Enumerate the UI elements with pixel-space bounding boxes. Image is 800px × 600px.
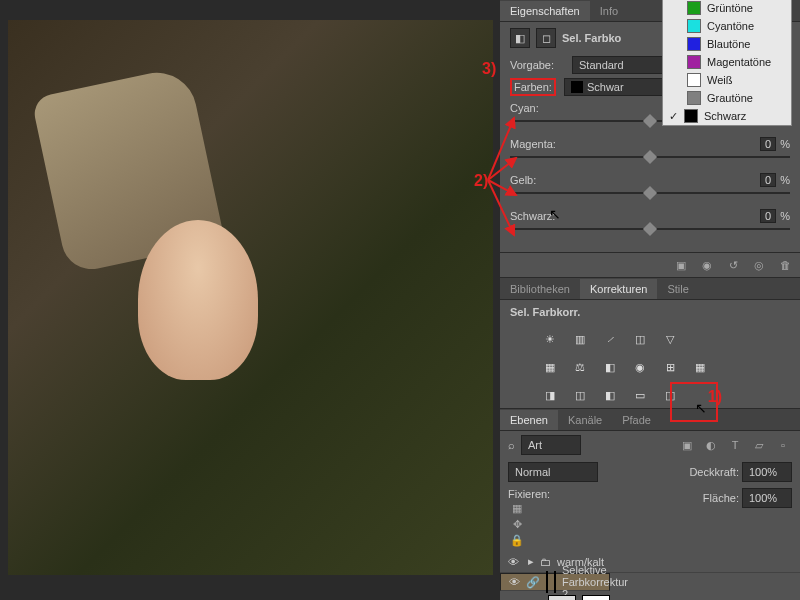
lock-pixels-icon[interactable]: ▦	[508, 500, 526, 516]
dropdown-item[interactable]: ✓Schwarz	[663, 107, 791, 125]
levels-icon[interactable]: ▥	[570, 330, 590, 348]
bw-icon[interactable]: ◧	[600, 358, 620, 376]
dropdown-item[interactable]: Grüntöne	[663, 0, 791, 17]
threshold-icon[interactable]: ◧	[600, 386, 620, 404]
layer-item[interactable]: 👁 🔗 Farbbalance 2	[500, 591, 800, 600]
layers-panel: Ebenen Kanäle Pfade ⌕ Art ▣ ◐ T ▱ ▫ Norm…	[500, 408, 800, 600]
slider-track[interactable]	[510, 192, 790, 194]
document-image	[8, 20, 493, 575]
filter-image-icon[interactable]: ▣	[678, 437, 696, 453]
adjustments-row2: ▦ ⚖ ◧ ◉ ⊞ ▦	[500, 352, 800, 380]
link-icon: 🔗	[526, 576, 540, 589]
expand-icon[interactable]: ▸	[528, 555, 534, 568]
filter-adjust-icon[interactable]: ◐	[702, 437, 720, 453]
dropdown-item[interactable]: Magentatöne	[663, 53, 791, 71]
photofilter-icon[interactable]: ◉	[630, 358, 650, 376]
filter-type-icon[interactable]: T	[726, 437, 744, 453]
visibility-toggle[interactable]: 👁	[509, 576, 520, 588]
exposure-icon[interactable]: ◫	[630, 330, 650, 348]
slider-value[interactable]: 0	[760, 137, 776, 151]
opacity-label: Deckkraft:	[689, 466, 739, 478]
slider-track[interactable]	[510, 228, 790, 230]
adjustments-row3: ◨ ◫ ◧ ▭ ◫	[500, 380, 800, 408]
gradientmap-icon[interactable]: ▭	[630, 386, 650, 404]
invert-icon[interactable]: ◨	[540, 386, 560, 404]
slider-thumb[interactable]	[643, 114, 657, 128]
dropdown-item[interactable]: Grautöne	[663, 89, 791, 107]
layer-group[interactable]: 👁 ▸ 🗀 warm/kalt	[500, 551, 800, 573]
tab-pfade[interactable]: Pfade	[612, 410, 661, 430]
tab-eigenschaften[interactable]: Eigenschaften	[500, 1, 590, 21]
canvas-area	[0, 0, 500, 600]
slider-thumb[interactable]	[643, 222, 657, 236]
filter-smart-icon[interactable]: ▫	[774, 437, 792, 453]
slider-track[interactable]	[510, 156, 790, 158]
adjustments-title: Sel. Farbkorr.	[510, 306, 580, 318]
search-icon[interactable]: ⌕	[508, 439, 515, 451]
hue-icon[interactable]: ▦	[540, 358, 560, 376]
tab-ebenen[interactable]: Ebenen	[500, 410, 558, 430]
cursor-icon: ↖	[549, 206, 561, 222]
lock-label: Fixieren:	[508, 488, 550, 500]
curves-icon[interactable]: ⟋	[600, 330, 620, 348]
colorbalance-icon[interactable]: ⚖	[570, 358, 590, 376]
tab-kanaele[interactable]: Kanäle	[558, 410, 612, 430]
svg-line-3	[488, 180, 514, 235]
mask-thumb	[582, 595, 610, 600]
dropdown-item[interactable]: Weiß	[663, 71, 791, 89]
view-prev-icon[interactable]: ◉	[698, 257, 716, 273]
properties-footer: ▣ ◉ ↺ ◎ 🗑	[500, 252, 800, 277]
tab-bibliotheken[interactable]: Bibliotheken	[500, 279, 580, 299]
adjustments-row1: ☀ ▥ ⟋ ◫ ▽	[500, 324, 800, 352]
posterize-icon[interactable]: ◫	[570, 386, 590, 404]
adjustment-thumb	[546, 571, 548, 593]
colors-label: Farben:	[510, 78, 556, 96]
adjustment-icon: ◧	[510, 28, 530, 48]
annotation-1: 1)	[708, 388, 722, 406]
fill-input[interactable]: 100%	[742, 488, 792, 508]
annotation-arrows	[486, 100, 526, 240]
adjustments-panel: Bibliotheken Korrekturen Stile Sel. Farb…	[500, 277, 800, 408]
tab-stile[interactable]: Stile	[657, 279, 698, 299]
lock-all-icon[interactable]: 🔒	[508, 532, 526, 548]
panel-title: Sel. Farbko	[562, 32, 621, 44]
slider-thumb[interactable]	[643, 150, 657, 164]
blend-mode-select[interactable]: Normal	[508, 462, 598, 482]
annotation-3: 3)	[482, 60, 496, 78]
slider-gelb: Gelb:0%	[510, 174, 790, 194]
brightness-icon[interactable]: ☀	[540, 330, 560, 348]
folder-icon: 🗀	[540, 556, 551, 568]
slider-value[interactable]: 0	[760, 209, 776, 223]
visibility-toggle[interactable]: 👁	[508, 556, 522, 568]
mask-thumb	[554, 571, 556, 593]
lock-position-icon[interactable]: ✥	[508, 516, 526, 532]
tab-korrekturen[interactable]: Korrekturen	[580, 279, 657, 299]
visibility-icon[interactable]: ◎	[750, 257, 768, 273]
adjustment-thumb	[548, 595, 576, 600]
filter-type-select[interactable]: Art	[521, 435, 581, 455]
fill-label: Fläche:	[703, 492, 739, 504]
colors-select[interactable]: Schwar	[564, 78, 674, 96]
cursor-icon: ↖	[695, 400, 707, 416]
colors-dropdown[interactable]: GrüntöneCyantöneBlautöneMagentatöneWeißG…	[662, 0, 792, 126]
slider-magenta: Magenta:0%	[510, 138, 790, 158]
channelmixer-icon[interactable]: ⊞	[660, 358, 680, 376]
reset-icon[interactable]: ↺	[724, 257, 742, 273]
trash-icon[interactable]: 🗑	[776, 257, 794, 273]
slider-thumb[interactable]	[643, 186, 657, 200]
mask-icon: ◻	[536, 28, 556, 48]
dropdown-item[interactable]: Blautöne	[663, 35, 791, 53]
vibrance-icon[interactable]: ▽	[660, 330, 680, 348]
dropdown-item[interactable]: Cyantöne	[663, 17, 791, 35]
opacity-input[interactable]: 100%	[742, 462, 792, 482]
clip-icon[interactable]: ▣	[672, 257, 690, 273]
filter-shape-icon[interactable]: ▱	[750, 437, 768, 453]
colorlookup-icon[interactable]: ▦	[690, 358, 710, 376]
slider-value[interactable]: 0	[760, 173, 776, 187]
tab-info[interactable]: Info	[590, 1, 628, 21]
preset-label: Vorgabe:	[510, 59, 564, 71]
layer-item-selected[interactable]: 👁 🔗 Selektive Farbkorrektur 2	[500, 573, 610, 591]
